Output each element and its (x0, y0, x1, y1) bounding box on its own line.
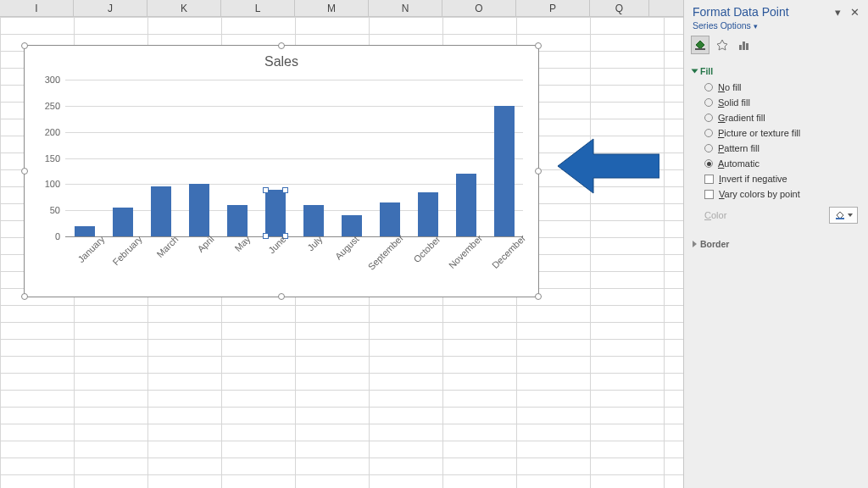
bar[interactable] (265, 190, 286, 237)
bar[interactable] (189, 184, 209, 236)
series-options-dropdown[interactable]: Series Options ▾ (684, 20, 868, 36)
close-icon[interactable]: ✕ (850, 6, 860, 19)
bar[interactable] (380, 202, 400, 236)
y-tick-label: 0 (31, 231, 65, 241)
color-picker-button[interactable] (829, 207, 858, 224)
arrow-icon (558, 136, 659, 197)
series-options-tab-icon[interactable] (735, 36, 754, 54)
x-axis-labels: JanuaryFebruaryMarchAprilMayJuneJulyAugu… (65, 239, 523, 290)
paint-bucket-icon (835, 210, 845, 220)
invert-if-negative-checkbox[interactable]: Invert if negative (693, 171, 860, 186)
pane-title: Format Data Point (693, 5, 789, 19)
bar[interactable] (113, 208, 133, 236)
effects-tab-icon[interactable] (713, 36, 732, 54)
col-header[interactable]: P (516, 0, 590, 16)
chart-object[interactable]: Sales 050100150200250300 JanuaryFebruary… (24, 45, 539, 297)
col-header[interactable]: I (0, 0, 74, 16)
svg-rect-6 (836, 218, 844, 219)
pattern-fill-radio[interactable]: Pattern fill (693, 141, 860, 156)
fill-line-tab-icon[interactable] (691, 36, 709, 54)
data-point-handle[interactable] (263, 187, 269, 193)
svg-marker-0 (558, 139, 659, 193)
bar[interactable] (227, 205, 248, 236)
col-header[interactable]: J (74, 0, 147, 16)
pane-options-icon[interactable]: ▾ (835, 6, 841, 19)
y-tick-label: 50 (31, 205, 65, 215)
svg-rect-1 (695, 48, 705, 50)
bar[interactable] (303, 205, 324, 236)
picture-fill-radio[interactable]: Picture or texture fill (693, 125, 860, 141)
chart-title[interactable]: Sales (25, 46, 538, 73)
gradient-fill-radio[interactable]: Gradient fill (693, 110, 860, 125)
automatic-radio[interactable]: Automatic (693, 156, 860, 171)
y-tick-label: 100 (31, 179, 65, 189)
svg-rect-3 (739, 45, 742, 50)
bar[interactable] (75, 226, 95, 236)
format-pane: Format Data Point ▾ ✕ Series Options ▾ F… (683, 0, 868, 488)
fill-section-header[interactable]: Fill (693, 63, 860, 80)
vary-colors-checkbox[interactable]: Vary colors by point (693, 186, 860, 202)
bar[interactable] (418, 192, 438, 236)
border-section-header[interactable]: Border (693, 236, 860, 252)
svg-marker-2 (717, 40, 727, 50)
col-header[interactable]: O (442, 0, 516, 16)
svg-rect-4 (743, 42, 745, 50)
col-header[interactable]: M (295, 0, 369, 16)
chevron-down-icon (848, 214, 853, 217)
bar[interactable] (456, 174, 476, 236)
bar[interactable] (494, 106, 515, 236)
bar[interactable] (342, 215, 362, 236)
col-header[interactable]: L (221, 0, 295, 16)
col-header[interactable]: K (147, 0, 221, 16)
color-label: Color (704, 210, 726, 220)
bar-series[interactable] (65, 80, 523, 236)
y-tick-label: 200 (31, 127, 65, 137)
y-tick-label: 150 (31, 153, 65, 164)
col-header[interactable]: N (369, 0, 442, 16)
y-tick-label: 250 (31, 101, 65, 111)
data-point-handle[interactable] (282, 187, 288, 193)
plot-area[interactable]: 050100150200250300 (65, 80, 523, 236)
no-fill-radio[interactable]: No fill (693, 80, 860, 95)
solid-fill-radio[interactable]: Solid fill (693, 95, 860, 110)
data-point-handle[interactable] (263, 233, 269, 239)
y-tick-label: 300 (31, 75, 65, 85)
svg-rect-5 (746, 43, 748, 50)
bar[interactable] (151, 186, 171, 236)
col-header[interactable]: Q (590, 0, 649, 16)
